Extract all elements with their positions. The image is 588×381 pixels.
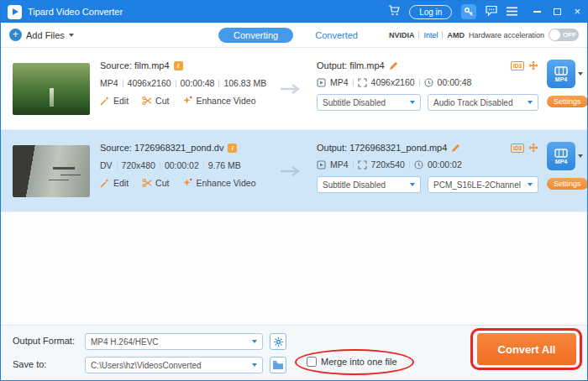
chevron-down-icon[interactable]	[578, 154, 583, 158]
edit-wand-icon	[100, 178, 110, 188]
source-duration: 00:00:48	[181, 78, 215, 88]
add-files-button[interactable]: + Add Files	[9, 29, 74, 41]
format-icon	[317, 160, 326, 170]
app-window: Tipard Video Converter Log in ×	[0, 0, 588, 381]
output-label: Output: 1726968321_pond.mp4	[317, 143, 447, 153]
menu-icon[interactable]	[507, 4, 517, 19]
browse-folder-button[interactable]	[270, 357, 286, 373]
convert-all-button[interactable]: Convert All	[477, 333, 576, 365]
source-label: Source: 1726968321_pond.dv	[100, 143, 223, 153]
convert-arrow-icon	[280, 83, 303, 98]
settings-button[interactable]: Settings	[547, 96, 588, 107]
merge-into-one-file: Merge into one file	[307, 357, 397, 367]
source-resolution: 720x480	[122, 160, 155, 170]
duration-clock-icon	[424, 78, 433, 87]
audio-track-dropdown[interactable]: Audio Track Disabled	[428, 94, 538, 111]
source-label: Source: film.mp4	[100, 60, 170, 70]
file-row-1[interactable]: Source: film.mp4 i MP4 4096x2160 00:00:4…	[1, 48, 587, 130]
source-duration: 00:00:02	[165, 160, 199, 170]
info-icon[interactable]: i	[228, 144, 237, 153]
chevron-down-icon	[252, 363, 257, 367]
tab-converting[interactable]: Converting	[218, 28, 293, 43]
profile-settings-button[interactable]	[270, 333, 286, 350]
format-icon	[317, 78, 326, 87]
resolution-icon	[358, 78, 367, 87]
folder-icon	[272, 360, 284, 370]
duration-clock-icon	[414, 160, 423, 170]
id3-tag-icon[interactable]: ID3	[511, 144, 524, 153]
info-icon[interactable]: i	[174, 61, 183, 70]
convert-arrow-icon	[280, 165, 303, 180]
minimize-button[interactable]	[533, 11, 541, 13]
film-icon	[554, 149, 568, 158]
source-size: 106.83 MB	[223, 78, 266, 88]
edit-button[interactable]: Edit	[100, 178, 129, 188]
hw-accel-toggle[interactable]: OFF	[549, 29, 579, 41]
scissors-icon	[142, 96, 152, 106]
register-key-button[interactable]	[461, 4, 476, 19]
subtitle-dropdown[interactable]: Subtitle Disabled	[317, 94, 421, 111]
settings-button[interactable]: Settings	[547, 178, 588, 190]
hardware-acceleration: NVIDIA Intel AMD Hardware acceleration O…	[389, 29, 579, 41]
id3-tag-icon[interactable]: ID3	[511, 61, 524, 70]
source-format: DV	[100, 160, 113, 170]
move-arrows-icon[interactable]	[528, 143, 538, 153]
merge-checkbox[interactable]	[307, 357, 317, 367]
rename-pencil-icon[interactable]	[451, 144, 460, 153]
subtitle-dropdown[interactable]: Subtitle Disabled	[317, 176, 421, 193]
edit-button[interactable]: Edit	[100, 96, 129, 106]
chevron-down-icon	[410, 101, 415, 104]
thumbnail	[13, 145, 90, 197]
chevron-down-icon	[528, 183, 533, 186]
login-button[interactable]: Log in	[409, 5, 452, 19]
tab-converted[interactable]: Converted	[303, 28, 370, 43]
output-resolution: 720x540	[371, 159, 405, 170]
output-format: MP4	[330, 159, 349, 170]
add-files-label: Add Files	[26, 30, 65, 40]
audio-track-dropdown[interactable]: PCM_S16LE-2Channel	[428, 176, 538, 193]
chevron-down-icon	[528, 101, 533, 104]
save-to-dropdown[interactable]: C:\Users\hz\VideosConverted	[85, 357, 263, 373]
app-title: Tipard Video Converter	[28, 7, 123, 17]
feedback-icon[interactable]	[486, 4, 497, 19]
enhance-video-button[interactable]: Enhance Video	[182, 96, 255, 106]
resolution-icon	[358, 160, 367, 170]
output-format-button[interactable]: MP4	[547, 60, 575, 88]
output-duration: 00:00:48	[438, 77, 472, 87]
edit-wand-icon	[100, 96, 110, 106]
brand-amd: AMD	[447, 31, 465, 39]
cut-button[interactable]: Cut	[142, 96, 169, 106]
output-format-button[interactable]: MP4	[547, 142, 575, 170]
toolbar: + Add Files Converting Converted NVIDIA …	[1, 23, 587, 48]
rename-pencil-icon[interactable]	[389, 61, 398, 70]
thumbnail	[13, 63, 90, 115]
file-list: Source: film.mp4 i MP4 4096x2160 00:00:4…	[1, 48, 587, 325]
output-format-dropdown[interactable]: MP4 H.264/HEVC	[85, 333, 263, 350]
cart-icon[interactable]	[388, 4, 400, 19]
sparkle-icon	[182, 96, 192, 106]
scissors-icon	[142, 178, 152, 188]
chevron-down-icon[interactable]	[578, 72, 583, 76]
app-logo-icon	[8, 5, 22, 19]
enhance-video-button[interactable]: Enhance Video	[182, 178, 255, 188]
output-duration: 00:00:02	[428, 159, 462, 170]
maximize-button[interactable]	[554, 8, 561, 15]
output-format: MP4	[330, 77, 349, 87]
close-button[interactable]: ×	[574, 8, 580, 16]
toggle-knob-icon	[549, 29, 560, 40]
save-to-label: Save to:	[13, 359, 46, 369]
plus-icon: +	[9, 29, 22, 41]
cut-button[interactable]: Cut	[142, 178, 169, 188]
chevron-down-icon	[252, 340, 257, 343]
output-resolution: 4096x2160	[371, 77, 415, 87]
source-format: MP4	[100, 78, 118, 88]
hw-accel-label: Hardware acceleration	[469, 31, 544, 39]
brand-nvidia: NVIDIA	[389, 31, 415, 39]
source-resolution: 4096x2160	[128, 78, 171, 88]
merge-label: Merge into one file	[321, 357, 397, 367]
title-bar: Tipard Video Converter Log in ×	[1, 1, 587, 23]
file-row-2[interactable]: Source: 1726968321_pond.dv i DV 720x480 …	[1, 130, 587, 212]
brand-intel: Intel	[423, 31, 438, 39]
chevron-down-icon	[69, 34, 74, 37]
move-arrows-icon[interactable]	[528, 60, 538, 70]
